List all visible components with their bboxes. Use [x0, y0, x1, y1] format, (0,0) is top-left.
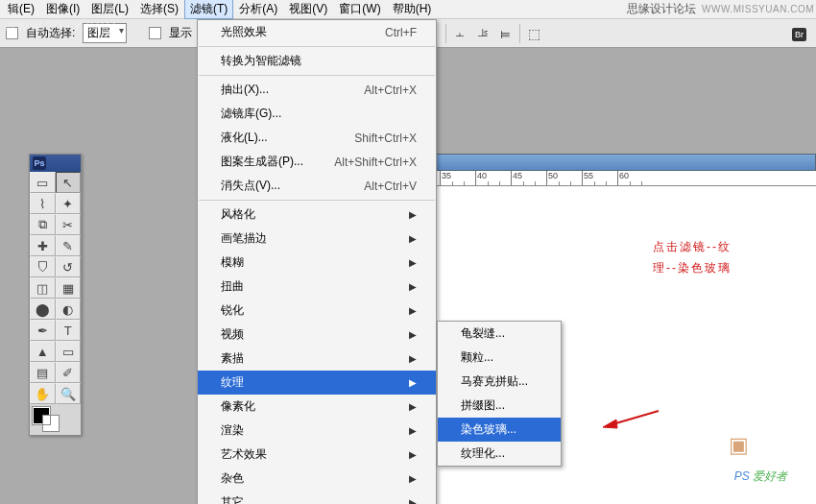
pen-tool-icon[interactable]: ✒ [30, 320, 56, 341]
brush-tool-icon[interactable]: ✎ [56, 235, 82, 256]
align-left-icon[interactable]: ⫠ [450, 25, 469, 42]
menu-texture[interactable]: 纹理▶ [198, 371, 436, 395]
shape-tool-icon[interactable]: ▭ [56, 341, 82, 362]
menu-image[interactable]: 图像(I) [40, 0, 85, 19]
menu-noise[interactable]: 杂色▶ [198, 467, 436, 491]
move-tool-icon[interactable]: ↖ [56, 172, 82, 193]
forum-url: WWW.MISSYUAN.COM [702, 4, 814, 14]
menu-edit[interactable]: 辑(E) [2, 0, 40, 19]
menu-layer[interactable]: 图层(L) [85, 0, 134, 19]
ruler-tick: 50 [546, 171, 582, 185]
menu-stylize[interactable]: 风格化▶ [198, 203, 436, 227]
align-right-icon[interactable]: ⫢ [496, 25, 516, 42]
color-swatches[interactable] [30, 404, 81, 435]
show-label: 显示 [169, 25, 192, 41]
menu-video[interactable]: 视频▶ [198, 323, 436, 347]
submenu-texturizer[interactable]: 纹理化... [438, 442, 561, 466]
divider [445, 24, 446, 43]
red-arrow-icon [603, 407, 660, 433]
submenu-patchwork[interactable]: 拼缀图... [438, 394, 561, 418]
menu-view[interactable]: 视图(V) [283, 0, 333, 19]
tools-palette: Ps ▭ ↖ ⌇ ✦ ⧉ ✂ ✚ ✎ ⛉ ↺ ◫ ▦ ⬤ ◐ ✒ T ▲ ▭ ▤… [29, 154, 82, 436]
menu-filter-gallery[interactable]: 滤镜库(G)... [198, 102, 436, 126]
submenu-grain[interactable]: 颗粒... [438, 346, 561, 370]
marquee-tool-icon[interactable]: ▭ [30, 172, 56, 193]
menu-vanishing-point[interactable]: 消失点(V)...Alt+Ctrl+V [198, 174, 436, 198]
divider [519, 24, 520, 43]
notes-tool-icon[interactable]: ▤ [30, 362, 56, 383]
distribute-icon[interactable]: ⬚ [524, 25, 543, 42]
auto-select-checkbox[interactable] [6, 27, 18, 39]
auto-select-label: 自动选择: [26, 25, 75, 41]
menu-pixelate[interactable]: 像素化▶ [198, 395, 436, 419]
menu-extract[interactable]: 抽出(X)...Alt+Ctrl+X [198, 78, 436, 102]
menu-sharpen[interactable]: 锐化▶ [198, 299, 436, 323]
svg-line-0 [612, 411, 659, 424]
zoom-tool-icon[interactable]: 🔍 [56, 383, 82, 404]
align-icons: ⫠ ⫡ ⫢ [450, 25, 516, 42]
menu-liquify[interactable]: 液化(L)...Shift+Ctrl+X [198, 126, 436, 150]
menu-last-filter[interactable]: 光照效果Ctrl+F [198, 20, 436, 44]
ruler-tick: 35 [440, 171, 475, 185]
submenu-mosaic-tiles[interactable]: 马赛克拼贴... [438, 370, 561, 394]
heal-tool-icon[interactable]: ✚ [30, 235, 56, 256]
menu-window[interactable]: 窗口(W) [333, 0, 386, 19]
menu-select[interactable]: 选择(S) [134, 0, 184, 19]
slice-tool-icon[interactable]: ✂ [56, 214, 82, 235]
texture-submenu: 龟裂缝... 颗粒... 马赛克拼贴... 拼缀图... 染色玻璃... 纹理化… [437, 321, 562, 467]
svg-marker-1 [603, 420, 617, 428]
dodge-tool-icon[interactable]: ◐ [56, 299, 82, 320]
filter-menu: 光照效果Ctrl+F 转换为智能滤镜 抽出(X)...Alt+Ctrl+X 滤镜… [197, 19, 437, 504]
submenu-craquelure[interactable]: 龟裂缝... [438, 322, 561, 346]
menu-distort[interactable]: 扭曲▶ [198, 275, 436, 299]
ruler-tick: 40 [475, 171, 511, 185]
background-swatch[interactable] [42, 415, 60, 432]
ruler-tick: 45 [511, 171, 546, 185]
menu-artistic[interactable]: 艺术效果▶ [198, 443, 436, 467]
path-select-icon[interactable]: ▲ [30, 341, 56, 362]
palette-header[interactable]: Ps [30, 155, 81, 172]
menubar: 辑(E) 图像(I) 图层(L) 选择(S) 滤镜(T) 分析(A) 视图(V)… [0, 0, 816, 19]
menu-analysis[interactable]: 分析(A) [233, 0, 283, 19]
menu-blur[interactable]: 模糊▶ [198, 251, 436, 275]
bridge-icon[interactable]: Br [792, 28, 806, 41]
menu-pattern-maker[interactable]: 图案生成器(P)...Alt+Shift+Ctrl+X [198, 150, 436, 174]
menu-render[interactable]: 渲染▶ [198, 419, 436, 443]
align-center-icon[interactable]: ⫡ [473, 25, 492, 42]
menu-sketch[interactable]: 素描▶ [198, 347, 436, 371]
eraser-tool-icon[interactable]: ◫ [30, 277, 56, 299]
hand-tool-icon[interactable]: ✋ [30, 383, 56, 404]
forum-name: 思缘设计论坛 [627, 1, 696, 17]
wand-tool-icon[interactable]: ✦ [56, 193, 82, 214]
lasso-tool-icon[interactable]: ⌇ [30, 193, 56, 214]
show-checkbox[interactable] [149, 27, 161, 39]
ruler-tick: 55 [582, 171, 617, 185]
gradient-tool-icon[interactable]: ▦ [56, 277, 82, 299]
crop-tool-icon[interactable]: ⧉ [30, 214, 56, 235]
history-brush-icon[interactable]: ↺ [56, 256, 82, 277]
eyedropper-tool-icon[interactable]: ✐ [56, 362, 82, 383]
menu-help[interactable]: 帮助(H) [387, 0, 438, 19]
menu-brush-strokes[interactable]: 画笔描边▶ [198, 227, 436, 251]
layer-dropdown[interactable]: 图层 [83, 23, 127, 43]
menu-filter[interactable]: 滤镜(T) [184, 0, 233, 19]
menu-smart-filter[interactable]: 转换为智能滤镜 [198, 49, 436, 73]
blur-tool-icon[interactable]: ⬤ [30, 299, 56, 320]
menu-other[interactable]: 其它▶ [198, 491, 436, 504]
stamp-tool-icon[interactable]: ⛉ [30, 256, 56, 277]
type-tool-icon[interactable]: T [56, 320, 82, 341]
ps-logo-icon: Ps [33, 156, 46, 170]
annotation-text: 点击滤镜--纹 理--染色玻璃 [653, 236, 732, 278]
submenu-stained-glass[interactable]: 染色玻璃... [438, 418, 561, 442]
ruler-tick: 60 [617, 171, 653, 185]
